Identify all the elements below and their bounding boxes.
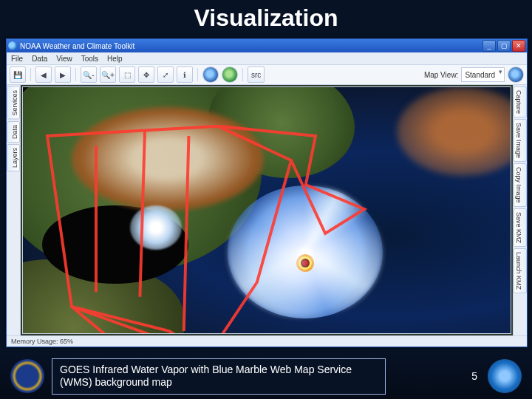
- page-number: 5: [471, 370, 477, 382]
- zoom-out-button[interactable]: 🔍-: [81, 66, 97, 83]
- close-button[interactable]: ✕: [512, 40, 525, 52]
- tab-capture[interactable]: Capture: [514, 86, 527, 117]
- src-button[interactable]: src: [248, 66, 265, 83]
- toolbar-separator: [197, 68, 198, 81]
- minimize-button[interactable]: _: [482, 40, 496, 52]
- tab-services[interactable]: Services: [7, 86, 20, 120]
- window-titlebar[interactable]: NOAA Weather and Climate Toolkit _ ▢ ✕: [7, 39, 527, 52]
- window-body: Services Data Layers: [7, 85, 527, 335]
- mapview-select[interactable]: Standard: [461, 67, 505, 82]
- menu-tools[interactable]: Tools: [81, 55, 98, 63]
- toolbar-separator: [75, 68, 76, 81]
- toolbar-right: Map View: Standard: [424, 66, 524, 83]
- app-window: NOAA Weather and Climate Toolkit _ ▢ ✕ F…: [6, 38, 528, 347]
- map-canvas[interactable]: [22, 86, 511, 334]
- toolbar-separator: [30, 68, 31, 81]
- caption-text: GOES Infrared Water Vapor with Blue Marb…: [60, 364, 352, 389]
- maximize-button[interactable]: ▢: [497, 40, 511, 52]
- window-buttons: _ ▢ ✕: [482, 40, 525, 52]
- zoom-rect-button[interactable]: ⬚: [119, 66, 135, 83]
- globe-blue-icon[interactable]: [202, 66, 219, 83]
- nav-fwd-button[interactable]: ▶: [55, 66, 71, 83]
- doc-seal-icon: [10, 359, 44, 393]
- left-dock: Services Data Layers: [7, 85, 21, 335]
- menu-file[interactable]: File: [11, 55, 23, 63]
- full-extent-button[interactable]: ⤢: [157, 66, 174, 83]
- tab-data[interactable]: Data: [7, 121, 20, 143]
- memory-usage: Memory Usage: 65%: [11, 338, 73, 345]
- nav-back-button[interactable]: ◀: [35, 66, 52, 83]
- menu-help[interactable]: Help: [107, 55, 123, 63]
- state-boundaries: [23, 87, 511, 334]
- toolbar-separator: [242, 68, 243, 81]
- mapview-value: Standard: [465, 71, 495, 79]
- right-dock: Capture Save Image Copy Image Save KMZ L…: [513, 85, 527, 335]
- menu-view[interactable]: View: [56, 55, 72, 63]
- zoom-in-button[interactable]: 🔍+: [100, 66, 116, 83]
- app-icon: [8, 41, 17, 50]
- tab-save-kmz[interactable]: Save KMZ: [514, 208, 527, 247]
- identify-button[interactable]: ℹ: [177, 66, 193, 83]
- slide-title: Visualization: [0, 0, 532, 35]
- tab-copy-image[interactable]: Copy Image: [514, 163, 527, 207]
- tab-layers[interactable]: Layers: [7, 144, 20, 171]
- window-title: NOAA Weather and Climate Toolkit: [20, 42, 482, 50]
- slide-footer: GOES Infrared Water Vapor with Blue Marb…: [0, 353, 532, 399]
- noaa-seal-icon: [488, 359, 522, 393]
- save-button[interactable]: 💾: [10, 66, 26, 83]
- noaa-logo-icon: [508, 66, 524, 83]
- caption-box: GOES Infrared Water Vapor with Blue Marb…: [52, 358, 386, 395]
- mapview-label: Map View:: [424, 71, 459, 79]
- tab-google-earth[interactable]: Launch KMZ: [514, 248, 527, 293]
- pan-button[interactable]: ✥: [138, 66, 154, 83]
- status-bar: Memory Usage: 65%: [7, 335, 527, 347]
- menu-data[interactable]: Data: [32, 55, 47, 63]
- globe-green-icon[interactable]: [222, 66, 238, 83]
- menu-bar: File Data View Tools Help: [7, 52, 527, 65]
- tab-save-image[interactable]: Save Image: [514, 119, 527, 162]
- toolbar: 💾 ◀ ▶ 🔍- 🔍+ ⬚ ✥ ⤢ ℹ src Map View: Standa…: [7, 65, 527, 85]
- slide: Visualization NOAA Weather and Climate T…: [0, 0, 532, 399]
